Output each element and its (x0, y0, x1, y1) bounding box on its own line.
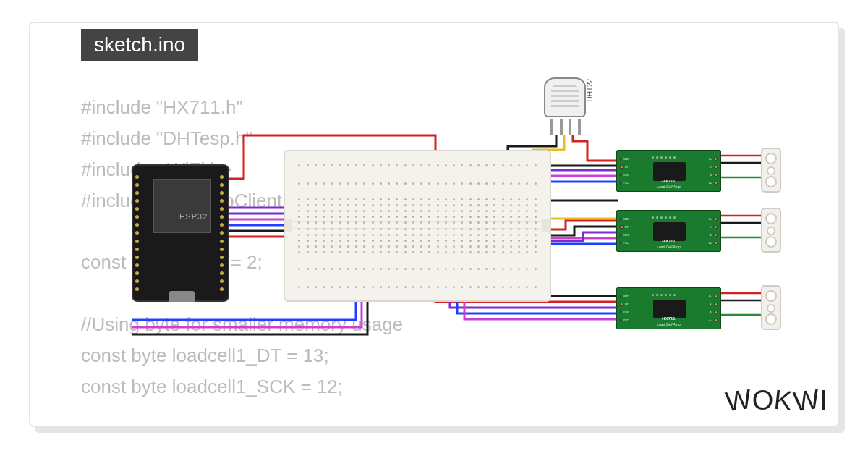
breadboard[interactable] (284, 150, 551, 302)
dht22-pins (544, 119, 587, 135)
hx711-subtitle: Load Cell Amp (617, 185, 720, 189)
dht22-label: DHT22 (586, 79, 594, 102)
file-tab[interactable]: sketch.ino (81, 29, 198, 61)
file-tab-label: sketch.ino (94, 33, 185, 56)
dht22-body (544, 77, 586, 117)
hx711-title: HX711 (617, 179, 720, 183)
hx711-right-pins: E+E-A-A+ (709, 215, 718, 247)
hx711-title: HX711 (617, 316, 720, 321)
hx711-subtitle: Load Cell Amp (617, 245, 720, 249)
preview-card: sketch.ino #include "HX711.h" #include "… (29, 22, 839, 427)
breadboard-rail (292, 155, 542, 175)
breadboard-center (292, 196, 542, 256)
dht22-grille-icon (551, 85, 579, 110)
dht22-sensor[interactable]: DHT22 (544, 77, 587, 143)
wokwi-logo: WOKWI (726, 385, 828, 416)
hx711-title: HX711 (617, 239, 720, 243)
hx711-subtitle: Load Cell Amp (617, 322, 720, 326)
load-cell-2[interactable] (761, 208, 781, 253)
esp32-pins-left (135, 173, 141, 293)
esp32-board[interactable]: ESP32 (132, 164, 229, 302)
breadboard-rail (292, 276, 542, 297)
load-cell-1[interactable] (761, 148, 781, 193)
breadboard-rail (292, 258, 542, 279)
esp32-chip: ESP32 (153, 179, 211, 233)
load-cell-3[interactable] (761, 285, 781, 330)
hx711-module-1[interactable]: GNDDTSCKVCC HX711 Load Cell Amp E+E-A-A+ (616, 150, 721, 192)
hx711-right-pins: E+E-A-A+ (709, 292, 718, 324)
esp32-pins-right (220, 173, 226, 293)
usb-port-icon (169, 291, 195, 302)
circuit-diagram[interactable]: ESP32 DHT22 GNDDTSCKVCC (132, 77, 819, 381)
hx711-module-2[interactable]: GNDDTSCKVCC HX711 Load Cell Amp E+E-A-A+ (616, 210, 721, 252)
esp32-label: ESP32 (179, 212, 208, 221)
breadboard-rail (292, 173, 542, 193)
hx711-module-3[interactable]: GNDDTSCKVCC HX711 Load Cell Amp E+E-A-A+ (616, 287, 721, 329)
hx711-right-pins: E+E-A-A+ (709, 155, 718, 187)
